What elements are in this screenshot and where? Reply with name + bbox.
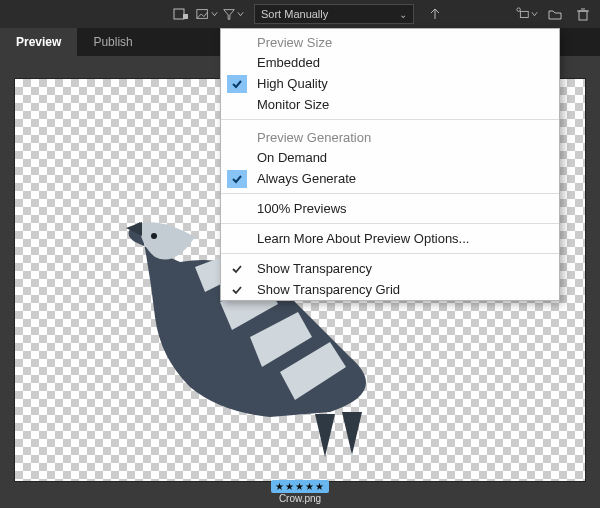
open-recent-button[interactable] [516, 3, 538, 25]
svg-rect-4 [520, 11, 528, 17]
menu-show-transparency[interactable]: Show Transparency [221, 258, 559, 279]
sort-dropdown[interactable]: Sort Manually ⌄ [254, 4, 414, 24]
svg-rect-1 [183, 14, 188, 19]
menu-item-label: 100% Previews [257, 201, 347, 216]
menu-separator [221, 223, 559, 224]
menu-item-label: On Demand [257, 150, 327, 165]
check-icon [227, 281, 247, 299]
check-icon [227, 75, 247, 93]
menu-section-preview-generation: Preview Generation [221, 124, 559, 147]
sort-label: Sort Manually [261, 8, 328, 20]
svg-rect-0 [174, 9, 184, 19]
menu-embedded[interactable]: Embedded [221, 52, 559, 73]
tab-label: Publish [93, 35, 132, 49]
thumbnail-options-button[interactable] [196, 3, 218, 25]
menu-item-label: Embedded [257, 55, 320, 70]
menu-high-quality[interactable]: High Quality [221, 73, 559, 94]
menu-section-preview-size: Preview Size [221, 29, 559, 52]
menu-on-demand[interactable]: On Demand [221, 147, 559, 168]
menu-show-transparency-grid[interactable]: Show Transparency Grid [221, 279, 559, 300]
tab-label: Preview [16, 35, 61, 49]
svg-rect-6 [579, 11, 587, 20]
svg-point-16 [151, 233, 157, 239]
menu-item-label: Show Transparency [257, 261, 372, 276]
filter-button[interactable] [222, 3, 244, 25]
sort-ascending-button[interactable] [424, 3, 446, 25]
menu-item-label: Monitor Size [257, 97, 329, 112]
menu-separator [221, 253, 559, 254]
menu-separator [221, 119, 559, 120]
toolbar-right-group [516, 3, 594, 25]
menu-100-previews[interactable]: 100% Previews [221, 198, 559, 219]
tab-publish[interactable]: Publish [77, 28, 148, 56]
check-icon [227, 260, 247, 278]
filename-label: Crow.png [279, 493, 321, 504]
menu-always-generate[interactable]: Always Generate [221, 168, 559, 189]
filename-bar: ★★★★★ Crow.png [0, 480, 600, 504]
menu-item-label: Always Generate [257, 171, 356, 186]
menu-item-label: Show Transparency Grid [257, 282, 400, 297]
tab-preview[interactable]: Preview [0, 28, 77, 56]
new-folder-button[interactable] [544, 3, 566, 25]
thumbnail-locked-icon[interactable] [170, 3, 192, 25]
menu-item-label: High Quality [257, 76, 328, 91]
check-icon [227, 170, 247, 188]
svg-point-5 [517, 8, 521, 12]
chevron-down-icon: ⌄ [399, 9, 407, 20]
svg-marker-3 [224, 10, 235, 20]
trash-button[interactable] [572, 3, 594, 25]
rating-badge[interactable]: ★★★★★ [271, 480, 329, 493]
menu-separator [221, 193, 559, 194]
menu-monitor-size[interactable]: Monitor Size [221, 94, 559, 115]
menu-learn-more[interactable]: Learn More About Preview Options... [221, 228, 559, 249]
menu-item-label: Learn More About Preview Options... [257, 231, 469, 246]
svg-marker-13 [315, 414, 335, 457]
preview-options-menu: Preview Size Embedded High Quality Monit… [220, 28, 560, 301]
svg-marker-14 [342, 412, 362, 455]
top-toolbar: Sort Manually ⌄ [0, 0, 600, 28]
